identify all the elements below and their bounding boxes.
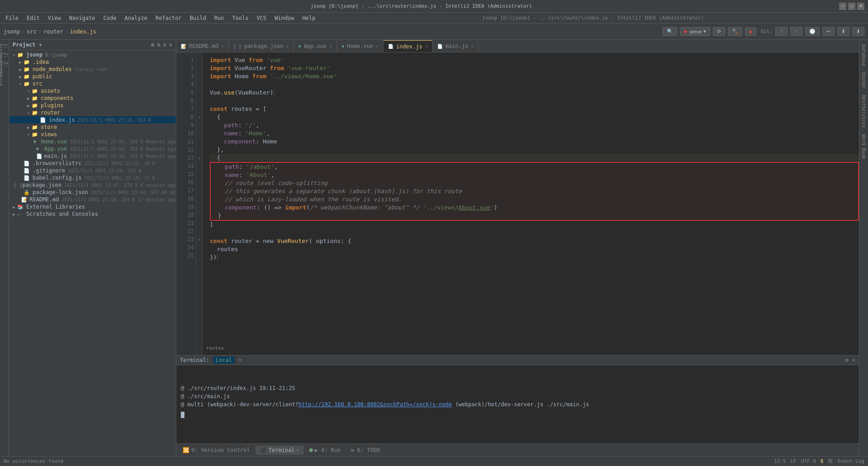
gutter-row-6[interactable] — [196, 97, 202, 105]
gutter-row-1[interactable] — [196, 56, 202, 64]
maximize-button[interactable]: □ — [848, 3, 855, 10]
close-button[interactable]: ✕ — [857, 3, 864, 10]
tree-homevue[interactable]: ▼ Home.vue 2021/11/1 0001 23:56, 204 B M… — [9, 138, 176, 145]
tab-mainjs[interactable]: 📄 main.js × — [433, 40, 479, 52]
search-everywhere-button[interactable]: 🔍 — [663, 27, 677, 36]
status-position[interactable]: 12:5 — [774, 458, 786, 464]
breadcrumb-item-router[interactable]: router — [43, 29, 63, 35]
close-terminal-tab[interactable]: × — [297, 447, 299, 452]
gutter-row-19[interactable] — [196, 203, 202, 211]
gutter-row-7[interactable] — [196, 105, 202, 113]
vcs-push-button[interactable]: ⬆ — [837, 27, 849, 36]
gutter-row-17[interactable] — [196, 186, 202, 195]
tree-store[interactable]: ▶ 📁 store — [9, 124, 176, 131]
menu-vcs[interactable]: VCS — [253, 14, 270, 22]
tree-indexjs[interactable]: 📄 index.js 2021/11/1 0001 23:18, 553 B — [9, 116, 176, 124]
breadcrumb-item-jsonp[interactable]: jsonp — [4, 29, 20, 35]
tree-external-libraries[interactable]: ▶ 📚 External Libraries — [9, 203, 176, 210]
tree-readmemd[interactable]: 📝 README.md 2021/11/1 0001 23:18, 269 B … — [9, 196, 176, 203]
locate-file-button[interactable]: ⊕ — [151, 42, 154, 48]
tab-close-appvue[interactable]: × — [329, 44, 332, 49]
menu-file[interactable]: File — [2, 14, 22, 22]
gutter-row-11[interactable] — [196, 138, 202, 146]
git-checkmark-button[interactable]: ✓ — [775, 27, 788, 36]
tree-components[interactable]: ▶ 📁 components — [9, 95, 176, 102]
tree-browserslistrc[interactable]: 📄 .browserslistrc 2021/11/1 0001 23:18, … — [9, 160, 176, 167]
menu-view[interactable]: View — [44, 14, 65, 22]
collapse-all-button[interactable]: ≡ — [157, 42, 160, 48]
tab-homevue[interactable]: ▼ Home.vue × — [337, 40, 384, 52]
tab-close-mainjs[interactable]: × — [471, 44, 474, 49]
tab-readme[interactable]: 📝 README.md × — [176, 40, 229, 52]
breadcrumb-item-indexjs[interactable]: index.js — [70, 29, 96, 35]
tree-packagejson[interactable]: { } package.json 2021/11/1 0001 23:47, 6… — [9, 181, 176, 189]
terminal-settings[interactable]: ⚙ — [845, 357, 849, 363]
breadcrumb-item-src[interactable]: src — [27, 29, 37, 35]
menu-tools[interactable]: Tools — [229, 14, 252, 22]
vcs-pull-button[interactable]: ⬇ — [852, 27, 864, 36]
tree-views[interactable]: ▾ 📁 views — [9, 131, 176, 138]
gutter-row-24[interactable] — [196, 243, 202, 252]
settings-button[interactable]: ⚙ — [163, 42, 166, 48]
project-panel-icon[interactable]: 1: Project — [1, 42, 8, 49]
word-book-panel[interactable]: Word Book — [860, 132, 867, 162]
gutter-row-4[interactable] — [196, 81, 202, 89]
status-event-log[interactable]: Event Log — [837, 458, 864, 464]
status-encoding[interactable]: UTF-8 — [801, 458, 816, 464]
menu-refactor[interactable]: Refactor — [152, 14, 185, 22]
favorites-panel-icon[interactable]: 2: Favorites — [1, 51, 8, 58]
menu-window[interactable]: Window — [271, 14, 297, 22]
tree-gitignore[interactable]: 📄 .gitignore 2021/11/1 0001 23:18, 231 B — [9, 167, 176, 174]
hide-panel-button[interactable]: × — [169, 42, 172, 48]
tab-indexjs[interactable]: 📄 index.js × — [383, 40, 433, 52]
build-button[interactable]: 🔨 — [728, 27, 742, 36]
tree-idea[interactable]: ▶ 📁 .idea — [9, 58, 176, 66]
refresh-button[interactable]: ⟳ — [713, 27, 725, 36]
gutter-row-2[interactable] — [196, 64, 202, 72]
git-rollback-button[interactable]: ↩ — [822, 27, 835, 36]
code-area[interactable]: import Vue from 'vue' import VueRouter f… — [203, 52, 859, 355]
gutter-row-8[interactable]: ▾ — [196, 113, 202, 121]
menu-analyze[interactable]: Analyze — [121, 14, 151, 22]
tree-router[interactable]: ▾ 📁 router — [9, 109, 176, 116]
tree-packagelockjson[interactable]: 🔒 package-lock.json 2021/11/1 0001 23:44… — [9, 189, 176, 196]
gutter-row-14[interactable] — [196, 162, 202, 170]
gutter-row-16[interactable] — [196, 178, 202, 186]
terminal-link[interactable]: http://192.168.0.108:8082&sockPath=/sock… — [298, 401, 452, 408]
minimize-button[interactable]: ─ — [839, 3, 846, 10]
terminal-hide[interactable]: × — [852, 357, 855, 363]
tab-close-packagejson[interactable]: × — [286, 44, 289, 49]
tree-babelconfig[interactable]: 📄 babel.config.js 2021/11/1 0001 23:18, … — [9, 174, 176, 181]
tree-public[interactable]: ▶ 📁 public — [9, 73, 176, 80]
bottom-tab-terminal[interactable]: ⬛ Terminal × — [255, 446, 304, 455]
database-panel[interactable]: Database — [860, 42, 867, 69]
tab-packagejson[interactable]: { } package.json × — [229, 40, 294, 52]
terminal-content[interactable]: @ ./src/router/index.js 19:11-21:25 @ ./… — [176, 365, 859, 443]
bottom-tab-version-control[interactable]: 🔀 9: Version Control — [178, 446, 255, 455]
gutter-row-15[interactable] — [196, 170, 202, 178]
menu-edit[interactable]: Edit — [23, 14, 43, 22]
bottom-tab-run[interactable]: ▶ 4: Run — [305, 446, 345, 455]
gutter-row-9[interactable] — [196, 121, 202, 129]
editor-content[interactable]: 1 2 3 4 5 6 7 8 9 10 11 12 13 14 15 16 1 — [176, 52, 859, 355]
git-history-button[interactable]: 🕐 — [805, 27, 820, 36]
bottom-tab-todo[interactable]: ≡ 6: TODO — [346, 446, 385, 455]
menu-build[interactable]: Build — [186, 14, 210, 22]
tab-close-indexjs[interactable]: × — [425, 44, 428, 49]
tree-src[interactable]: ▾ 📁 src — [9, 80, 176, 87]
git-update-button[interactable]: ✓ — [790, 27, 802, 36]
tree-assets[interactable]: ▾ 📁 assets — [9, 87, 176, 95]
menu-code[interactable]: Code — [100, 14, 120, 22]
menu-run[interactable]: Run — [211, 14, 228, 22]
gutter-row-13[interactable]: ▾ — [196, 154, 202, 162]
gutter-row-23[interactable]: ▾ — [196, 235, 202, 243]
gutter-row-18[interactable] — [196, 195, 202, 203]
tab-close-homevue[interactable]: × — [376, 44, 378, 49]
stop-button[interactable]: ■ — [745, 28, 756, 36]
terminal-add-tab[interactable]: + — [238, 357, 241, 363]
gutter-row-10[interactable] — [196, 129, 202, 138]
tree-scratches[interactable]: ▶ ✏ Scratches and Consoles — [9, 210, 176, 218]
rest-services-panel[interactable]: RestServices — [860, 92, 867, 130]
structure-panel-icon[interactable]: Z: Structure — [1, 60, 8, 67]
gutter-row-22[interactable] — [196, 227, 202, 235]
